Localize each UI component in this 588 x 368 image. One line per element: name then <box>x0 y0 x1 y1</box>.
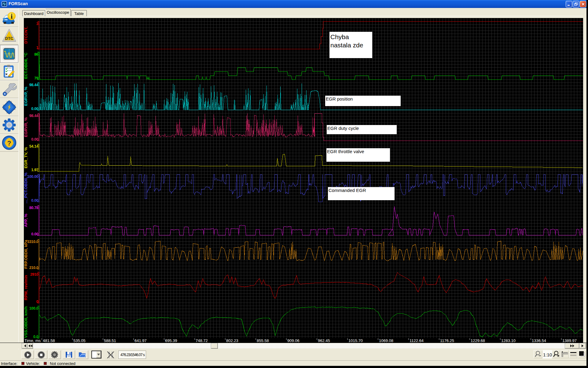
svg-text:962.45: 962.45 <box>318 338 330 343</box>
svg-text:DTCCNT,: DTCCNT, <box>24 27 28 44</box>
svg-text:98.44: 98.44 <box>29 83 39 87</box>
svg-text:909.06: 909.06 <box>287 338 300 343</box>
svg-text:?: ? <box>7 140 11 147</box>
svg-text:1229.68: 1229.68 <box>471 338 485 343</box>
svg-text:ECT.OBDII, °C: ECT.OBDII, °C <box>24 52 28 79</box>
svg-text:748.72: 748.72 <box>196 338 208 343</box>
svg-text:1.97: 1.97 <box>31 168 38 172</box>
svg-text:100.0: 100.0 <box>29 306 39 311</box>
svg-text:APP, %: APP, % <box>24 214 28 227</box>
svg-text:79: 79 <box>34 76 39 80</box>
svg-text:i: i <box>11 13 13 20</box>
svg-text:0.00: 0.00 <box>31 107 38 111</box>
svg-text:1122.64: 1122.64 <box>410 338 424 343</box>
svg-text:1283.10: 1283.10 <box>501 338 516 343</box>
svg-text:3: 3 <box>36 22 39 26</box>
svg-text:98.44: 98.44 <box>29 114 39 118</box>
svg-text:RPM, rev/min: RPM, rev/min <box>24 275 28 300</box>
svg-text:FRP.OBDII, kPa: FRP.OBDII, kPa <box>24 240 28 269</box>
svg-text:80.78: 80.78 <box>29 206 39 210</box>
svg-text:1336.54: 1336.54 <box>532 338 546 343</box>
svg-text:0.00: 0.00 <box>31 137 38 142</box>
svg-text:588.51: 588.51 <box>104 338 116 343</box>
svg-text:0: 0 <box>36 300 39 304</box>
svg-text:535.05: 535.05 <box>73 338 86 343</box>
svg-text:695.39: 695.39 <box>165 338 177 343</box>
svg-text:2910: 2910 <box>30 272 39 277</box>
svg-text:54.14: 54.14 <box>29 144 39 149</box>
svg-text:0.00: 0.00 <box>31 232 38 236</box>
svg-text:86: 86 <box>34 52 39 57</box>
svg-text:1176.25: 1176.25 <box>440 338 454 343</box>
svg-text:1389.97: 1389.97 <box>562 338 577 343</box>
svg-text:641.97: 641.97 <box>134 338 147 343</box>
svg-text:1015.70: 1015.70 <box>348 338 363 343</box>
svg-text:802.23: 802.23 <box>226 338 238 343</box>
svg-text:EGRVP, %: EGRVP, % <box>24 86 28 106</box>
svg-text:VSS.OBDII, km/h: VSS.OBDII, km/h <box>24 306 28 338</box>
svg-text:DTC: DTC <box>5 36 13 41</box>
svg-text:..._PCT.OBDII, %: ..._PCT.OBDII, % <box>24 172 28 204</box>
svg-text:EGRVR, %: EGRVR, % <box>24 117 28 137</box>
svg-text:1069.08: 1069.08 <box>379 338 393 343</box>
svg-text:481.58: 481.58 <box>43 338 55 343</box>
svg-text:0.00: 0.00 <box>31 198 38 203</box>
svg-text:EGR_TV, %: EGR_TV, % <box>24 147 28 168</box>
svg-text:100.00: 100.00 <box>27 175 39 179</box>
svg-text:3310.0: 3310.0 <box>27 240 39 244</box>
svg-text:1: 1 <box>36 46 39 50</box>
svg-text:855.58: 855.58 <box>257 338 269 343</box>
svg-text:210.0: 210.0 <box>29 266 39 270</box>
svg-text:Time, ms: Time, ms <box>24 338 41 343</box>
